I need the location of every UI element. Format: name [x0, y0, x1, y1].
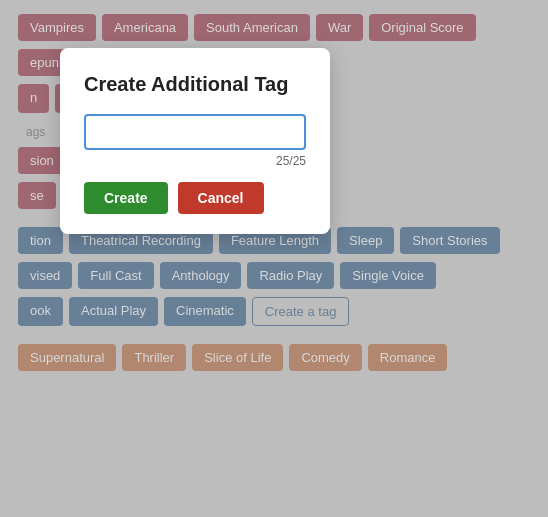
create-button[interactable]: Create	[84, 182, 168, 214]
modal-buttons: Create Cancel	[84, 182, 306, 214]
modal-overlay: Create Additional Tag 25/25 Create Cance…	[0, 0, 548, 517]
create-tag-modal: Create Additional Tag 25/25 Create Cance…	[60, 48, 330, 234]
cancel-button[interactable]: Cancel	[178, 182, 264, 214]
modal-input-wrapper	[84, 114, 306, 150]
modal-title: Create Additional Tag	[84, 72, 306, 96]
tag-name-input[interactable]	[84, 114, 306, 150]
char-count: 25/25	[84, 154, 306, 168]
